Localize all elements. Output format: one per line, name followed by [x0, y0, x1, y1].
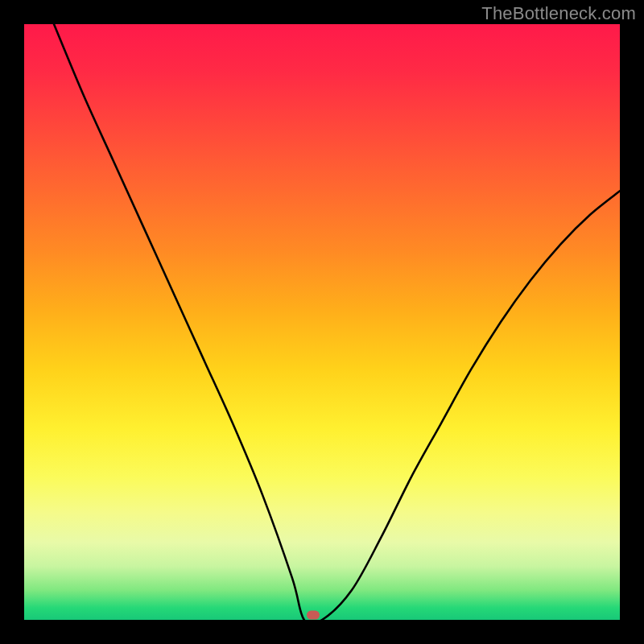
- curve-svg: [24, 24, 620, 620]
- plot-area: [24, 24, 620, 620]
- watermark-text: TheBottleneck.com: [481, 3, 636, 24]
- optimal-point-marker: [307, 611, 320, 620]
- chart-frame: TheBottleneck.com: [0, 0, 644, 644]
- bottleneck-curve: [54, 24, 620, 620]
